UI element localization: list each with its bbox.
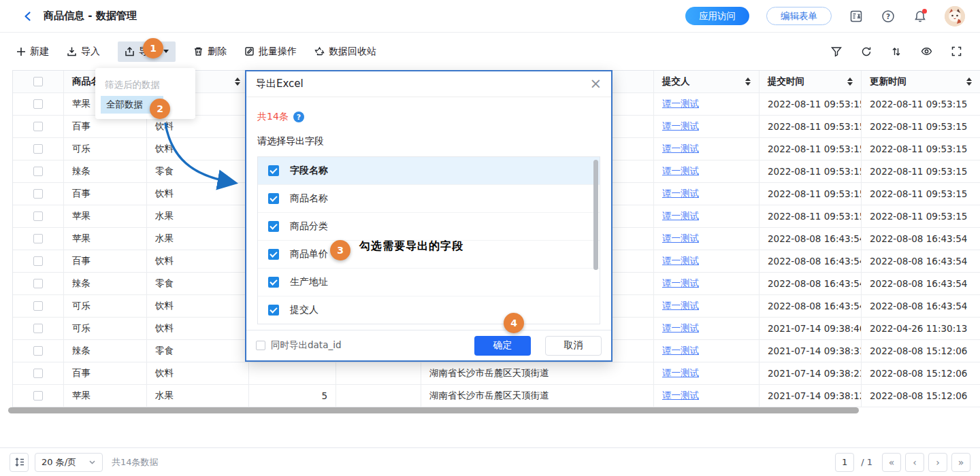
cell-address: 湖南省长沙市岳麓区天顶街道 — [421, 385, 654, 407]
row-checkbox[interactable] — [33, 144, 43, 154]
submitter-link[interactable]: 谭一测试 — [662, 300, 699, 312]
cell-category: 饮料 — [147, 250, 249, 273]
submitter-link[interactable]: 谭一测试 — [662, 210, 699, 222]
submitter-link[interactable]: 谭一测试 — [662, 345, 699, 357]
submitter-link[interactable]: 谭一测试 — [662, 277, 699, 290]
visibility-eye-icon[interactable] — [919, 44, 934, 59]
confirm-button[interactable]: 确定 — [474, 336, 531, 356]
list-scrollbar[interactable] — [593, 160, 598, 270]
row-checkbox[interactable] — [33, 211, 43, 221]
submitter-link[interactable]: 谭一测试 — [662, 255, 699, 267]
step-badge-2: 2 — [150, 99, 170, 119]
row-checkbox[interactable] — [33, 346, 43, 356]
cell-submit-time: 2022-08-11 09:53:15 — [760, 183, 862, 205]
submitter-link[interactable]: 谭一测试 — [662, 143, 699, 155]
cell-update-time: 2022-08-11 09:53:15 — [862, 116, 980, 138]
recycle-bin-button[interactable]: 数据回收站 — [314, 46, 376, 58]
back-icon[interactable] — [20, 9, 35, 24]
batch-edit-icon — [244, 46, 255, 56]
page-size-select[interactable]: 20 条/页 — [35, 453, 103, 472]
cell-update-time: 2022-08-08 15:12:06 — [862, 362, 980, 385]
page-number-input[interactable]: 1 — [835, 453, 854, 472]
field-label: 字段名称 — [290, 165, 328, 177]
chevron-down-icon — [88, 458, 96, 466]
sort-icon[interactable] — [889, 44, 904, 59]
trash-icon — [193, 46, 203, 56]
row-checkbox[interactable] — [33, 99, 43, 109]
field-checkbox[interactable] — [268, 249, 279, 260]
row-height-button[interactable] — [10, 453, 29, 472]
row-checkbox[interactable] — [33, 324, 43, 333]
submitter-link[interactable]: 谭一测试 — [662, 98, 699, 110]
row-checkbox[interactable] — [33, 301, 43, 311]
translate-icon[interactable] — [849, 9, 864, 24]
column-header-submit-time[interactable]: 提交时间 — [760, 71, 862, 93]
submitter-link[interactable]: 谭一测试 — [662, 165, 699, 177]
sort-updown-icon[interactable] — [966, 78, 972, 86]
last-page-button[interactable]: » — [951, 453, 970, 472]
cell-product-name: 辣条 — [64, 273, 147, 295]
cancel-button[interactable]: 取消 — [545, 336, 602, 356]
close-icon[interactable]: × — [589, 77, 602, 91]
row-checkbox[interactable] — [33, 189, 43, 199]
row-checkbox[interactable] — [33, 167, 43, 176]
cell-submit-time: 2022-08-08 16:43:54 — [760, 273, 862, 295]
submitter-link[interactable]: 谭一测试 — [662, 233, 699, 245]
field-checkbox[interactable] — [268, 277, 279, 288]
delete-button[interactable]: 删除 — [193, 46, 227, 58]
row-checkbox[interactable] — [33, 391, 43, 401]
export-dataid-checkbox[interactable] — [256, 341, 265, 350]
count-help-icon[interactable]: ? — [293, 112, 304, 122]
batch-actions-button[interactable]: 批量操作 — [244, 46, 297, 58]
help-icon[interactable]: ? — [881, 9, 896, 24]
cell-product-name: 苹果 — [64, 205, 147, 228]
horizontal-scrollbar[interactable] — [8, 407, 859, 413]
svg-text:?: ? — [886, 12, 890, 20]
table-row: 苹果水果5湖南省长沙市岳麓区天顶街道谭一测试2021-07-14 09:38:1… — [13, 385, 980, 407]
sort-updown-icon[interactable] — [235, 78, 240, 86]
filter-icon[interactable] — [829, 44, 844, 59]
submitter-link[interactable]: 谭一测试 — [662, 390, 699, 402]
app-access-button[interactable]: 应用访问 — [685, 7, 749, 25]
column-header-submitter[interactable]: 提交人 — [654, 71, 760, 93]
row-checkbox[interactable] — [33, 279, 43, 288]
submitter-link[interactable]: 谭一测试 — [662, 188, 699, 200]
menu-item-filtered-data[interactable]: 筛选后的数据 — [95, 73, 195, 96]
field-checkbox[interactable] — [268, 221, 279, 232]
cell-product-name: 可乐 — [64, 318, 147, 340]
row-checkbox[interactable] — [33, 234, 43, 243]
fullscreen-icon[interactable] — [949, 44, 964, 59]
field-label: 商品名称 — [290, 192, 328, 205]
prev-page-button[interactable]: ‹ — [905, 453, 924, 472]
cell-submit-time: 2021-07-14 09:38:23 — [760, 362, 862, 385]
first-page-button[interactable]: « — [882, 453, 901, 472]
submitter-link[interactable]: 谭一测试 — [662, 120, 699, 133]
cell-submit-time: 2022-08-11 09:53:15 — [760, 160, 862, 183]
notification-bell-icon[interactable] — [913, 9, 928, 24]
sort-updown-icon[interactable] — [847, 78, 853, 86]
field-checkbox[interactable] — [268, 165, 279, 176]
sort-updown-icon[interactable] — [745, 78, 751, 86]
field-checkbox[interactable] — [268, 193, 279, 204]
row-checkbox[interactable] — [33, 256, 43, 266]
cell-category: 零食 — [147, 160, 249, 183]
next-page-button[interactable]: › — [928, 453, 947, 472]
submitter-link[interactable]: 谭一测试 — [662, 367, 699, 379]
cell-category: 零食 — [147, 340, 249, 362]
modal-title: 导出Excel — [256, 78, 304, 90]
chevron-down-icon — [163, 50, 169, 53]
avatar[interactable] — [945, 6, 965, 27]
page-title: 商品信息 - 数据管理 — [44, 10, 137, 22]
row-checkbox[interactable] — [33, 369, 43, 378]
edit-form-button[interactable]: 编辑表单 — [766, 7, 832, 25]
field-checkbox[interactable] — [268, 305, 279, 316]
cell-update-time: 2022-08-11 09:53:15 — [862, 93, 980, 116]
new-button[interactable]: 新建 — [16, 46, 49, 58]
refresh-icon[interactable] — [859, 44, 874, 59]
row-checkbox[interactable] — [33, 122, 43, 131]
submitter-link[interactable]: 谭一测试 — [662, 322, 699, 335]
export-field-row: 生产地址 — [258, 269, 600, 296]
import-button[interactable]: 导入 — [67, 46, 100, 58]
select-all-checkbox[interactable] — [33, 77, 43, 86]
column-header-update-time[interactable]: 更新时间 — [862, 71, 980, 93]
